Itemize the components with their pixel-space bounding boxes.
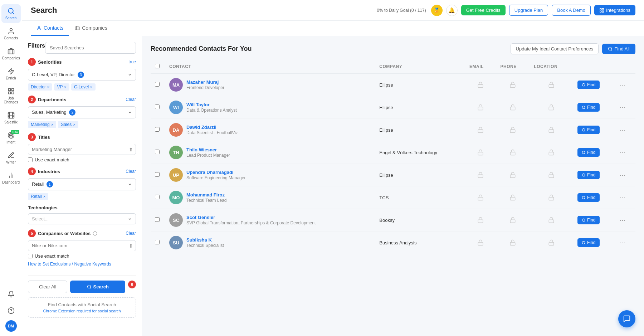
contact-name-0[interactable]: Mazaher Muraj <box>186 79 224 85</box>
upgrade-plan-button[interactable]: Upgrade Plan <box>509 5 548 16</box>
svg-point-56 <box>582 151 585 154</box>
companies-exact-checkbox[interactable] <box>28 254 33 258</box>
contact-name-3[interactable]: Thilo Wiesner <box>186 147 230 152</box>
sidebar-item-contacts[interactable]: Contacts <box>1 24 21 43</box>
row-checkbox-2[interactable] <box>155 127 160 132</box>
seniorities-select[interactable]: C-Level, VP, Director 3 <box>28 69 136 81</box>
step-1-badge: 1 <box>28 58 36 66</box>
companies-input[interactable] <box>28 240 136 251</box>
filter-departments-header: 2 Departments Clear <box>28 96 136 103</box>
more-button-6[interactable]: ⋯ <box>619 216 626 224</box>
filter-departments-label: 2 Departments <box>28 96 66 103</box>
contact-name-4[interactable]: Upendra Dharmagadi <box>186 170 245 175</box>
more-button-7[interactable]: ⋯ <box>619 239 626 247</box>
step-4-badge: 4 <box>28 167 36 175</box>
titles-upload-icon[interactable]: ⬆ <box>129 147 133 152</box>
svg-point-2 <box>10 29 12 31</box>
more-button-0[interactable]: ⋯ <box>619 81 626 89</box>
svg-point-18 <box>9 133 13 137</box>
titles-exact-checkbox[interactable] <box>28 157 33 162</box>
contact-info-1: WI Will Taylor Data & Operations Analyst <box>169 101 371 114</box>
remove-retail[interactable]: × <box>43 194 45 199</box>
svg-rect-53 <box>478 152 483 155</box>
find-button-4[interactable]: Find <box>577 171 600 179</box>
row-checkbox-6[interactable] <box>155 217 160 222</box>
row-checkbox-4[interactable] <box>155 172 160 177</box>
notifications-icon <box>7 290 15 298</box>
more-button-3[interactable]: ⋯ <box>619 148 626 156</box>
integrations-button[interactable]: Integrations <box>594 5 635 15</box>
tab-companies[interactable]: Companies <box>69 21 113 36</box>
remove-clevel[interactable]: × <box>90 85 92 89</box>
book-demo-button[interactable]: Book A Demo <box>552 5 591 16</box>
find-button-1[interactable]: Find <box>577 103 600 112</box>
svg-rect-69 <box>511 220 516 223</box>
row-checkbox-5[interactable] <box>155 195 160 199</box>
contact-name-2[interactable]: Dawid Zdarzil <box>186 125 238 130</box>
industries-select[interactable]: Retail 1 <box>28 178 136 190</box>
sidebar-item-dashboard[interactable]: Dashboard <box>1 169 21 187</box>
contact-name-6[interactable]: Scot Gensler <box>186 215 316 220</box>
clear-seniorities[interactable]: true <box>128 59 136 64</box>
chat-button[interactable] <box>618 310 635 327</box>
more-button-5[interactable]: ⋯ <box>619 194 626 201</box>
remove-sales[interactable]: × <box>73 122 75 127</box>
tab-contacts[interactable]: Contacts <box>31 21 69 36</box>
remove-vp[interactable]: × <box>64 85 66 89</box>
clear-all-button[interactable]: Clear All <box>28 281 67 293</box>
find-button-0[interactable]: Find <box>577 81 600 89</box>
sidebar-item-salesflix[interactable]: Salesflix <box>1 108 21 127</box>
select-all-checkbox[interactable] <box>155 64 160 68</box>
more-button-4[interactable]: ⋯ <box>619 171 626 179</box>
find-all-button[interactable]: Find All <box>602 44 635 54</box>
clear-companies[interactable]: Clear <box>126 231 136 236</box>
exclusion-link[interactable]: How to Set Exclusions / Negative Keyword… <box>28 262 136 267</box>
sidebar-item-writer[interactable]: Writer <box>1 148 21 167</box>
find-button-2[interactable]: Find <box>577 126 600 134</box>
row-checkbox-3[interactable] <box>155 150 160 154</box>
find-button-5[interactable]: Find <box>577 193 600 202</box>
row-checkbox-7[interactable] <box>155 240 160 244</box>
titles-input[interactable] <box>28 144 136 155</box>
filter-titles-label: 3 Titles <box>28 133 50 141</box>
tag-marketing: Marketing × <box>28 121 56 128</box>
clear-industries[interactable]: Clear <box>126 169 136 174</box>
get-free-credits-button[interactable]: Get Free Credits <box>461 5 506 15</box>
row-checkbox-1[interactable] <box>155 104 160 109</box>
svg-rect-55 <box>549 152 554 155</box>
more-button-1[interactable]: ⋯ <box>619 103 626 111</box>
departments-select[interactable]: Sales, Marketing 2 <box>28 106 136 118</box>
sidebar-item-companies-label: Companies <box>2 56 20 60</box>
sidebar-item-job-changes[interactable]: Job Changes <box>1 84 21 107</box>
remove-marketing[interactable]: × <box>51 122 53 127</box>
find-button-3[interactable]: Find <box>577 148 600 157</box>
bell-button[interactable]: 🔔 <box>446 5 458 16</box>
table-row: SU Subiksha K Technical Specialist Busin… <box>151 232 635 254</box>
more-button-2[interactable]: ⋯ <box>619 126 626 134</box>
technologies-select[interactable]: Select... <box>28 213 136 224</box>
companies-upload-icon[interactable]: ⬆ <box>129 243 133 249</box>
clear-departments[interactable]: Clear <box>126 97 136 102</box>
contact-name-5[interactable]: Mohammad Firoz <box>186 192 227 198</box>
daily-goal-text: 0% to Daily Goal (0 / 117) <box>377 8 426 13</box>
find-button-6[interactable]: Find <box>577 216 600 224</box>
sidebar-item-search[interactable]: Search <box>1 4 21 23</box>
sidebar-item-intent[interactable]: Intent New <box>1 128 21 147</box>
social-search-input[interactable] <box>33 302 131 307</box>
sidebar-item-help[interactable] <box>1 304 21 317</box>
svg-marker-4 <box>8 68 14 74</box>
saved-searches-input[interactable] <box>45 42 136 54</box>
user-avatar[interactable]: DM <box>5 320 17 332</box>
row-checkbox-0[interactable] <box>155 82 160 87</box>
sidebar-item-notifications[interactable] <box>1 287 21 301</box>
search-button[interactable]: Search <box>70 281 125 293</box>
svg-rect-58 <box>478 175 483 177</box>
contact-name-7[interactable]: Subiksha K <box>186 237 224 243</box>
sidebar-item-enrich[interactable]: Enrich <box>1 64 21 83</box>
contact-name-1[interactable]: Will Taylor <box>186 102 237 107</box>
remove-director[interactable]: × <box>47 85 49 89</box>
sidebar-item-companies[interactable]: Companies <box>1 44 21 63</box>
preferences-button[interactable]: Update My Ideal Contact Preferences <box>511 43 599 54</box>
contact-info-3: TH Thilo Wiesner Lead Product Manager <box>169 146 371 159</box>
find-button-7[interactable]: Find <box>577 238 600 247</box>
